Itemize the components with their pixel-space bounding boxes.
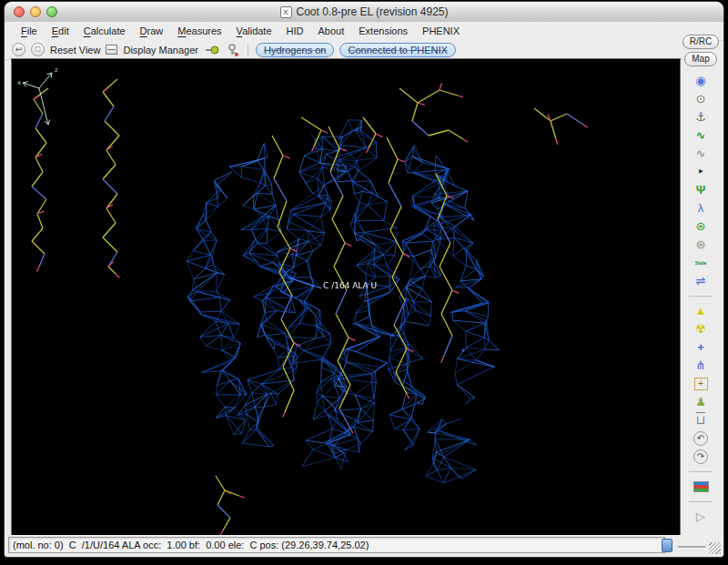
rotate-translate-icon[interactable]: ⇌ bbox=[691, 272, 711, 290]
toolbar-separator bbox=[689, 471, 713, 472]
menu-calculate[interactable]: Calculate bbox=[76, 24, 133, 38]
pointer-triangle-icon[interactable]: ‣ bbox=[691, 163, 711, 181]
rigid-body-fit-icon[interactable]: ♟ bbox=[691, 393, 711, 411]
titlebar[interactable]: X Coot 0.8-pre EL (revision 4925) bbox=[5, 2, 723, 23]
menu-phenix[interactable]: PHENIX bbox=[415, 24, 467, 38]
menu-draw[interactable]: Draw bbox=[133, 24, 171, 38]
delete-item-icon[interactable]: ⊔ bbox=[691, 411, 711, 429]
toolbar-back-button[interactable]: ↩ bbox=[12, 43, 25, 56]
menu-hid[interactable]: HID bbox=[279, 24, 311, 38]
status-text: (mol. no: 0) C /1/U/164 ALA occ: 1.00 bf… bbox=[8, 537, 665, 553]
toolbar-reset-icon-button[interactable]: □ bbox=[31, 43, 45, 56]
place-atom-icon[interactable]: + bbox=[694, 378, 708, 390]
go-to-ligand-icon[interactable] bbox=[226, 43, 240, 57]
menu-edit[interactable]: Edit bbox=[45, 24, 76, 38]
flag-icon[interactable] bbox=[693, 481, 709, 492]
window-title: X Coot 0.8-pre EL (revision 4925) bbox=[280, 5, 449, 18]
rrc-button[interactable]: R/RC bbox=[682, 35, 719, 49]
redo-icon[interactable]: ↷ bbox=[693, 449, 708, 464]
menu-extensions[interactable]: Extensions bbox=[351, 24, 415, 38]
minimize-button[interactable] bbox=[30, 6, 41, 17]
regularize-zone-icon[interactable]: ∿ bbox=[691, 145, 711, 163]
viewport-frame bbox=[11, 58, 681, 537]
toolbar-separator bbox=[248, 44, 248, 56]
torsion-general-icon[interactable]: ⊛ bbox=[691, 236, 711, 254]
mini-progress-widget[interactable] bbox=[662, 539, 672, 552]
mutate-autofit-icon[interactable]: ☢ bbox=[691, 320, 711, 338]
mini-slider[interactable] bbox=[678, 546, 705, 548]
traffic-lights bbox=[14, 6, 57, 17]
add-terminal-residue-icon[interactable]: + bbox=[691, 338, 711, 357]
mutate-icon[interactable]: ▲ bbox=[691, 302, 711, 320]
3d-viewport[interactable] bbox=[12, 59, 680, 536]
menu-about[interactable]: About bbox=[311, 24, 352, 38]
app-icon: X bbox=[280, 6, 292, 18]
menu-validate[interactable]: Validate bbox=[229, 24, 279, 38]
go-to-atom-icon[interactable] bbox=[204, 43, 220, 57]
menu-file[interactable]: File bbox=[14, 24, 45, 38]
reset-view-button[interactable]: Reset View bbox=[50, 45, 100, 55]
rotamers-icon[interactable]: λ bbox=[691, 199, 711, 217]
right-sidebar: R/RC Map ◉⊙⚓∿∿‣Ψλ⊛⊛Side⇌▲☢+⋔+♟⊔↶↷▷ bbox=[681, 35, 721, 533]
menubar: FileEditCalculateDrawMeasuresValidateHID… bbox=[5, 22, 723, 41]
display-manager-icon bbox=[106, 45, 117, 55]
toolbar-separator bbox=[689, 296, 713, 297]
tool-column: ◉⊙⚓∿∿‣Ψλ⊛⊛Side⇌▲☢+⋔+♟⊔↶↷▷ bbox=[689, 72, 713, 526]
edit-chi-angles-icon[interactable]: ⊛ bbox=[691, 217, 711, 236]
add-alt-conf-icon[interactable]: ⋔ bbox=[691, 357, 711, 375]
sphere-view-icon[interactable]: ◉ bbox=[691, 72, 711, 90]
real-space-refine-icon[interactable]: ∿ bbox=[691, 126, 711, 145]
phenix-status-button[interactable]: Connected to PHENIX bbox=[339, 43, 455, 57]
anchor-icon[interactable]: ⚓ bbox=[691, 108, 711, 126]
menu-measures[interactable]: Measures bbox=[170, 24, 228, 38]
clock-icon[interactable]: ⊙ bbox=[691, 90, 711, 108]
hydrogens-toggle[interactable]: Hydrogens on bbox=[256, 43, 335, 57]
undo-icon[interactable]: ↶ bbox=[693, 431, 708, 446]
statusbar: (mol. no: 0) C /1/U/164 ALA occ: 1.00 bf… bbox=[5, 535, 723, 557]
close-button[interactable] bbox=[14, 6, 25, 17]
toolbar-separator bbox=[689, 501, 713, 502]
flip-sidechain-icon[interactable]: Side bbox=[691, 254, 711, 272]
resize-grip[interactable] bbox=[709, 542, 721, 554]
main-toolbar: ↩ □ Reset View Display Manager Hydrogens… bbox=[5, 40, 683, 60]
auto-fit-rotamer-icon[interactable]: Ψ bbox=[691, 181, 711, 199]
coot-window: X Coot 0.8-pre EL (revision 4925) FileEd… bbox=[5, 2, 723, 557]
display-manager-button[interactable]: Display Manager bbox=[123, 45, 198, 55]
map-button[interactable]: Map bbox=[684, 52, 716, 66]
zoom-button[interactable] bbox=[46, 6, 57, 17]
expand-toolbar-icon[interactable]: ▷ bbox=[691, 508, 711, 526]
window-title-text: Coot 0.8-pre EL (revision 4925) bbox=[297, 5, 449, 18]
